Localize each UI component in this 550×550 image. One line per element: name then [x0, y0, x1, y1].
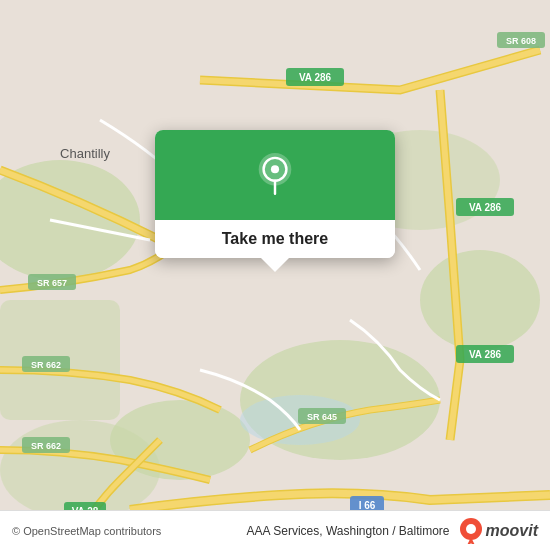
location-label: AAA Services, Washington / Baltimore — [247, 524, 450, 538]
moovit-pin-icon — [460, 518, 482, 544]
svg-text:VA 286: VA 286 — [469, 349, 502, 360]
bottom-bar: © OpenStreetMap contributors AAA Service… — [0, 510, 550, 550]
svg-point-32 — [271, 165, 279, 173]
moovit-logo: moovit — [460, 518, 538, 544]
map-container: VA 286 SR 608 VA 286 VA 286 SR 657 SR 66… — [0, 0, 550, 550]
popup-card: Take me there — [155, 130, 395, 258]
moovit-wordmark: moovit — [486, 522, 538, 540]
popup-header — [155, 130, 395, 220]
svg-point-34 — [466, 524, 476, 534]
svg-text:SR 645: SR 645 — [307, 412, 337, 422]
map-attribution: © OpenStreetMap contributors — [12, 525, 247, 537]
svg-text:VA 286: VA 286 — [469, 202, 502, 213]
take-me-there-button[interactable]: Take me there — [155, 220, 395, 258]
svg-text:Chantilly: Chantilly — [60, 146, 110, 161]
svg-text:VA 286: VA 286 — [299, 72, 332, 83]
road-layer: VA 286 SR 608 VA 286 VA 286 SR 657 SR 66… — [0, 0, 550, 550]
popup-pointer — [261, 258, 289, 272]
svg-text:SR 662: SR 662 — [31, 360, 61, 370]
svg-point-4 — [420, 250, 540, 350]
svg-text:SR 657: SR 657 — [37, 278, 67, 288]
svg-text:SR 608: SR 608 — [506, 36, 536, 46]
location-pin-icon — [253, 153, 297, 197]
svg-text:SR 662: SR 662 — [31, 441, 61, 451]
